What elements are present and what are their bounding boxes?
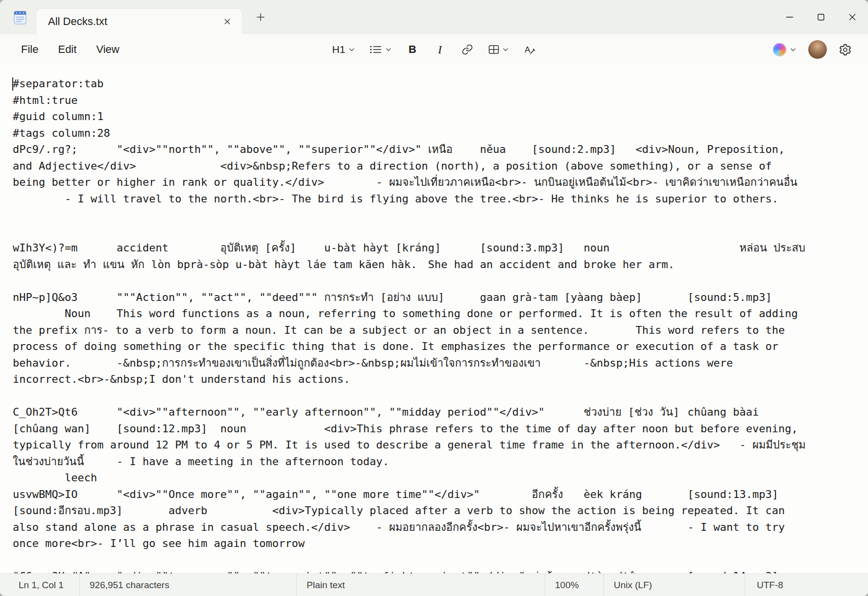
link-button[interactable] bbox=[457, 39, 478, 60]
notepad-app-icon bbox=[12, 9, 28, 25]
copilot-icon bbox=[773, 43, 786, 56]
chevron-down-icon bbox=[503, 48, 508, 51]
minimize-button[interactable] bbox=[774, 0, 805, 34]
maximize-icon bbox=[816, 12, 826, 22]
chevron-down-icon bbox=[349, 48, 355, 51]
tab-title: All Decks.txt bbox=[48, 15, 219, 28]
list-button[interactable] bbox=[365, 39, 396, 60]
tab-close-button[interactable] bbox=[219, 14, 235, 29]
settings-button[interactable] bbox=[835, 39, 855, 60]
new-tab-button[interactable] bbox=[251, 7, 270, 27]
plus-icon bbox=[256, 13, 265, 22]
status-line-ending: Unix (LF) bbox=[603, 574, 745, 596]
menu-view[interactable]: View bbox=[88, 39, 127, 60]
chevron-down-icon bbox=[386, 48, 391, 51]
status-cursor-position: Ln 1, Col 1 bbox=[0, 574, 79, 596]
document-text: #separator:tab #html:true #guid column:1… bbox=[13, 75, 868, 573]
status-zoom-level[interactable]: 100% bbox=[545, 574, 603, 596]
window-controls bbox=[774, 0, 868, 34]
table-icon bbox=[488, 45, 499, 54]
clear-formatting-glyph: A bbox=[525, 45, 530, 54]
menu-edit[interactable]: Edit bbox=[49, 39, 85, 60]
bold-button[interactable]: B bbox=[402, 39, 423, 60]
heading-style-button[interactable]: H1 bbox=[328, 39, 359, 60]
italic-button[interactable]: I bbox=[429, 39, 451, 60]
notepad-window: All Decks.txt bbox=[0, 0, 868, 596]
menu-bar: File Edit View bbox=[13, 39, 128, 60]
toolbar: File Edit View H1 bbox=[0, 34, 868, 65]
menu-file[interactable]: File bbox=[13, 39, 47, 60]
status-encoding: UTF-8 bbox=[745, 574, 868, 596]
close-button[interactable] bbox=[837, 0, 868, 34]
text-editor[interactable]: #separator:tab #html:true #guid column:1… bbox=[0, 65, 868, 573]
copilot-button[interactable] bbox=[769, 39, 800, 60]
titlebar: All Decks.txt bbox=[0, 0, 868, 34]
status-character-count: 926,951 characters bbox=[79, 574, 296, 596]
clear-formatting-button[interactable]: A bbox=[519, 39, 540, 60]
close-icon bbox=[847, 12, 857, 22]
close-icon bbox=[224, 18, 231, 25]
maximize-button[interactable] bbox=[805, 0, 837, 34]
status-bar: Ln 1, Col 1 926,951 characters Plain tex… bbox=[0, 573, 868, 596]
toolbar-right-group bbox=[769, 39, 855, 60]
format-toolbar: H1 B I bbox=[328, 39, 540, 60]
gear-icon bbox=[839, 43, 852, 56]
titlebar-drag-region[interactable] bbox=[270, 0, 774, 34]
tab-all-decks[interactable]: All Decks.txt bbox=[36, 9, 242, 34]
chevron-down-icon bbox=[790, 48, 796, 51]
heading-style-label: H1 bbox=[332, 44, 345, 55]
link-icon bbox=[461, 44, 473, 55]
status-document-format: Plain text bbox=[296, 574, 545, 596]
clear-formatting-icon: A bbox=[524, 44, 535, 55]
text-caret bbox=[12, 77, 13, 91]
table-button[interactable] bbox=[484, 39, 513, 60]
account-avatar[interactable] bbox=[808, 40, 827, 59]
bullet-list-icon bbox=[369, 45, 382, 54]
minimize-icon bbox=[785, 12, 795, 22]
